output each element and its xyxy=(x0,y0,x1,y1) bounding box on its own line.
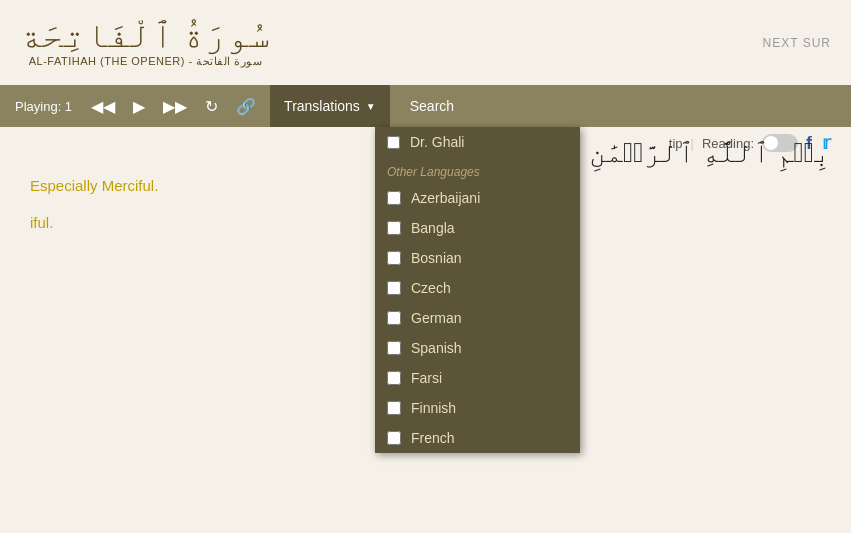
farsi-checkbox[interactable] xyxy=(387,371,401,385)
toolbar: Playing: 1 ◀◀ ▶ ▶▶ ↻ 🔗 Translations ▼ Se… xyxy=(0,85,851,127)
german-label: German xyxy=(411,310,462,326)
dropdown-item-bosnian[interactable]: Bosnian xyxy=(375,243,580,273)
dropdown-item-german[interactable]: German xyxy=(375,303,580,333)
translations-dropdown: Dr. Ghali Other Languages Azerbaijani Ba… xyxy=(375,127,580,453)
dropdown-item-bangla[interactable]: Bangla xyxy=(375,213,580,243)
playing-label: Playing: 1 xyxy=(15,99,72,114)
dropdown-item-finnish[interactable]: Finnish xyxy=(375,393,580,423)
dropdown-item-spanish[interactable]: Spanish xyxy=(375,333,580,363)
finnish-label: Finnish xyxy=(411,400,456,416)
bangla-label: Bangla xyxy=(411,220,455,236)
azerbaijani-label: Azerbaijani xyxy=(411,190,480,206)
bosnian-checkbox[interactable] xyxy=(387,251,401,265)
play-icon[interactable]: ▶ xyxy=(129,95,149,118)
german-checkbox[interactable] xyxy=(387,311,401,325)
other-languages-header: Other Languages xyxy=(375,157,580,183)
french-label: French xyxy=(411,430,455,446)
czech-checkbox[interactable] xyxy=(387,281,401,295)
surah-title: AL-FATIHAH (THE OPENER) - سورة الفاتحة xyxy=(29,55,262,68)
dr-ghali-checkbox[interactable] xyxy=(387,136,400,149)
spanish-checkbox[interactable] xyxy=(387,341,401,355)
finnish-checkbox[interactable] xyxy=(387,401,401,415)
logo-area: سُورَةُ ٱلْفَاتِحَة AL-FATIHAH (THE OPEN… xyxy=(20,17,271,68)
czech-label: Czech xyxy=(411,280,451,296)
repeat-icon[interactable]: ↻ xyxy=(201,95,222,118)
skip-back-icon[interactable]: ◀◀ xyxy=(87,95,119,118)
azerbaijani-checkbox[interactable] xyxy=(387,191,401,205)
next-surah-label[interactable]: NEXT SUR xyxy=(763,36,831,50)
translations-button[interactable]: Translations ▼ xyxy=(270,85,390,127)
dropdown-top-item[interactable]: Dr. Ghali xyxy=(375,127,580,157)
skip-forward-icon[interactable]: ▶▶ xyxy=(159,95,191,118)
arabic-logo: سُورَةُ ٱلْفَاتِحَة xyxy=(20,17,271,53)
header: سُورَةُ ٱلْفَاتِحَة AL-FATIHAH (THE OPEN… xyxy=(0,0,851,85)
bangla-checkbox[interactable] xyxy=(387,221,401,235)
dropdown-item-czech[interactable]: Czech xyxy=(375,273,580,303)
french-checkbox[interactable] xyxy=(387,431,401,445)
translations-label: Translations xyxy=(284,98,360,114)
dropdown-item-azerbaijani[interactable]: Azerbaijani xyxy=(375,183,580,213)
farsi-label: Farsi xyxy=(411,370,442,386)
dr-ghali-label: Dr. Ghali xyxy=(410,134,464,150)
caret-icon: ▼ xyxy=(366,101,376,112)
dropdown-item-farsi[interactable]: Farsi xyxy=(375,363,580,393)
toolbar-left: Playing: 1 ◀◀ ▶ ▶▶ ↻ 🔗 xyxy=(15,95,260,118)
link-icon[interactable]: 🔗 xyxy=(232,95,260,118)
bosnian-label: Bosnian xyxy=(411,250,462,266)
dropdown-item-french[interactable]: French xyxy=(375,423,580,453)
search-label[interactable]: Search xyxy=(410,98,454,114)
spanish-label: Spanish xyxy=(411,340,462,356)
